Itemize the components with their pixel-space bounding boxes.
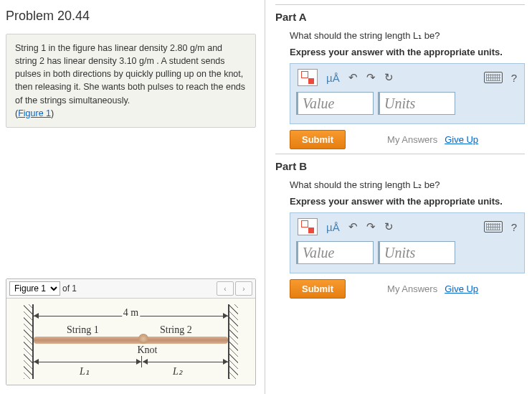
submit-button[interactable]: Submit — [290, 130, 346, 149]
problem-statement-box: String 1 in the figure has linear densit… — [6, 34, 256, 128]
help-icon[interactable]: ? — [511, 72, 517, 84]
measure-L2 — [143, 362, 228, 362]
knot-graphic — [138, 334, 148, 344]
redo-icon[interactable]: ↷ — [366, 71, 376, 84]
value-input[interactable]: Value — [296, 241, 374, 264]
redo-icon[interactable]: ↷ — [366, 220, 376, 233]
figure-image: 4 m String 1 String 2 Knot L₁ L₂ — [6, 299, 255, 385]
part-a-toolbar: µÅ ↶ ↷ ↻ ? — [296, 69, 518, 92]
keyboard-icon[interactable] — [484, 221, 503, 233]
units-input[interactable]: Units — [378, 241, 455, 264]
main-container: Problem 20.44 String 1 in the figure has… — [0, 0, 532, 394]
undo-icon[interactable]: ↶ — [348, 220, 358, 233]
right-column: Part A What should the string length L₁ … — [265, 0, 532, 394]
value-input[interactable]: Value — [296, 92, 374, 115]
part-a-answer-box: µÅ ↶ ↷ ↻ ? Value Units — [290, 63, 525, 124]
part-b-block: Part B What should the string length L₂ … — [275, 154, 525, 299]
units-icon[interactable]: µÅ — [326, 72, 340, 84]
my-answers-label: My Answers — [387, 134, 437, 145]
my-answers-label: My Answers — [387, 283, 437, 294]
spacer — [6, 128, 256, 278]
part-a-question: What should the string length L₁ be? — [290, 30, 525, 41]
figure-header: Figure 1 of 1 ‹ › — [6, 279, 255, 299]
part-a-instruction: Express your answer with the appropriate… — [290, 47, 525, 57]
label-total-length: 4 m — [122, 307, 140, 319]
part-b-answer-box: µÅ ↶ ↷ ↻ ? Value Units — [290, 212, 525, 273]
reset-icon[interactable]: ↻ — [384, 71, 394, 84]
part-a-block: Part A What should the string length L₁ … — [275, 4, 525, 149]
part-b-question: What should the string length L₂ be? — [290, 179, 525, 190]
string-graphic — [34, 337, 228, 344]
label-knot: Knot — [136, 344, 158, 356]
help-icon[interactable]: ? — [511, 221, 517, 233]
reset-icon[interactable]: ↻ — [384, 220, 394, 233]
submit-button[interactable]: Submit — [290, 279, 346, 299]
part-b-instruction: Express your answer with the appropriate… — [290, 196, 525, 207]
figure-link-suffix: ) — [51, 108, 54, 118]
figure-link[interactable]: Figure 1 — [18, 108, 51, 118]
keyboard-icon[interactable] — [484, 72, 503, 83]
part-b-submit-row: Submit My Answers Give Up — [290, 279, 525, 299]
units-icon[interactable]: µÅ — [326, 221, 340, 233]
label-L1: L₁ — [78, 365, 91, 377]
give-up-link[interactable]: Give Up — [445, 134, 478, 145]
figure-count: of 1 — [62, 283, 77, 294]
problem-title: Problem 20.44 — [6, 9, 256, 24]
label-string1: String 1 — [65, 324, 100, 336]
template-icon[interactable] — [298, 69, 318, 86]
give-up-link[interactable]: Give Up — [445, 283, 478, 294]
part-a-heading: Part A — [275, 11, 525, 23]
figure-select[interactable]: Figure 1 — [9, 281, 60, 296]
undo-icon[interactable]: ↶ — [348, 71, 358, 84]
part-a-submit-row: Submit My Answers Give Up — [290, 130, 525, 149]
figure-next-button[interactable]: › — [235, 281, 252, 296]
label-L2: L₂ — [171, 365, 184, 377]
figure-panel: Figure 1 of 1 ‹ › 4 m String 1 String 2 — [6, 278, 256, 385]
left-column: Problem 20.44 String 1 in the figure has… — [0, 0, 265, 394]
wall-left — [24, 304, 34, 379]
label-string2: String 2 — [158, 324, 194, 336]
part-b-toolbar: µÅ ↶ ↷ ↻ ? — [296, 218, 518, 241]
units-input[interactable]: Units — [378, 92, 455, 115]
problem-text: String 1 in the figure has linear densit… — [15, 43, 245, 105]
measure-L1 — [34, 362, 141, 362]
figure-prev-button[interactable]: ‹ — [217, 281, 234, 296]
template-icon[interactable] — [298, 218, 318, 235]
part-b-heading: Part B — [275, 160, 525, 172]
wall-right — [228, 304, 238, 379]
